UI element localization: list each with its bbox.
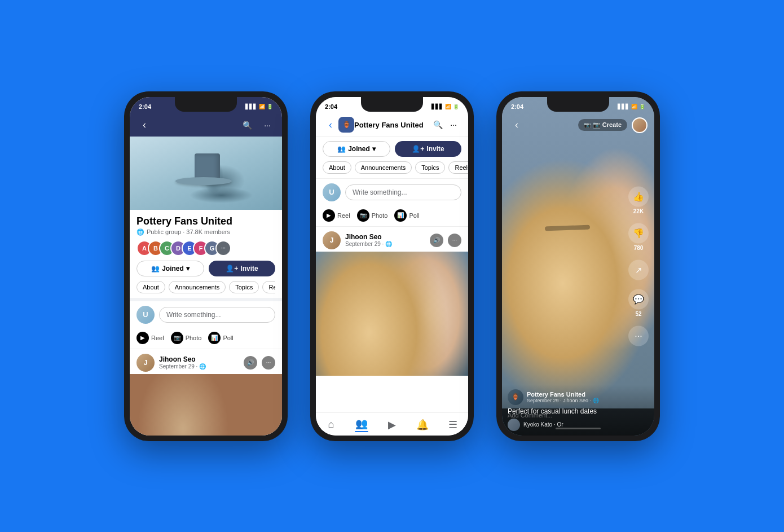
- tab-about-1[interactable]: About: [136, 281, 165, 293]
- post-date-2: September 29 · 🌐: [345, 241, 425, 247]
- group-info-1: Pottery Fans United 🌐 Public group · 37.…: [130, 210, 282, 298]
- write-post-1: U Write something...: [130, 301, 282, 328]
- share-icon: ↗: [628, 260, 649, 280]
- video-people-2: [316, 252, 468, 376]
- groups-nav-2[interactable]: 👥: [346, 416, 377, 433]
- overlay-actions: 👍 22K 👎 780 ↗ 💬 52 ···: [628, 186, 649, 346]
- groups-icon-2: 👥: [355, 417, 368, 430]
- phone-2: 2:04 ▋▋▋ 📶 🔋 ‹ 🏺 Pottery Fans United 🔍: [310, 91, 474, 441]
- tab-reels-1[interactable]: Reels: [262, 281, 275, 293]
- search-button-1[interactable]: 🔍: [239, 117, 255, 133]
- volume-icon-2[interactable]: 🔊: [430, 234, 443, 247]
- poll-action-1[interactable]: 📊 Poll: [208, 332, 233, 344]
- globe-icon: 🌐: [136, 228, 144, 236]
- wifi-icon-2: 📶: [445, 104, 451, 109]
- more-overlay-action[interactable]: ···: [628, 326, 649, 346]
- overlay-group-row: 🏺 Pottery Fans United September 29 · Jih…: [508, 389, 649, 405]
- post-more-icon-1[interactable]: ···: [262, 356, 275, 370]
- phone-1: 2:04 ▋▋▋ 📶 🔋 ‹ 🔍 ···: [124, 91, 288, 441]
- post-meta-icons-2: 🔊 ···: [430, 234, 461, 247]
- reel-icon: ▶: [136, 332, 149, 344]
- phone-3: 2:04 ▋▋▋ 📶 🔋 ‹ 📷 📷 Create: [496, 91, 660, 441]
- dislike-icon: 👎: [628, 223, 649, 243]
- invite-button-2[interactable]: 👤+ Invite: [395, 141, 461, 157]
- back-button-3[interactable]: ‹: [509, 117, 525, 133]
- feed-post-2: J Jihoon Seo September 29 · 🌐 🔊 ···: [316, 227, 468, 412]
- search-button-2[interactable]: 🔍: [430, 117, 446, 133]
- signal-icon: ▋▋▋: [245, 104, 257, 109]
- video-thumb-2: [316, 252, 468, 376]
- tab-announcements-1[interactable]: Announcements: [169, 281, 226, 293]
- like-action[interactable]: 👍 22K: [628, 186, 649, 214]
- post-meta-icons-1: 🔊 ···: [244, 356, 275, 370]
- video-nav-2[interactable]: ▶: [377, 416, 407, 433]
- status-bar-3: 2:04 ▋▋▋ 📶 🔋: [502, 97, 654, 114]
- tab-reels-2[interactable]: Reels: [448, 161, 468, 174]
- tab-about-2[interactable]: About: [323, 161, 351, 174]
- overlay-group-name: Pottery Fans United: [527, 391, 649, 398]
- video-thumb-1: [130, 374, 282, 436]
- joined-button-1[interactable]: 👥 Joined ▾: [136, 261, 204, 276]
- create-button-3[interactable]: 📷 📷 Create: [578, 119, 627, 131]
- menu-nav-2[interactable]: ☰: [438, 416, 468, 433]
- write-avatar-2: U: [323, 183, 341, 201]
- joined-button-2[interactable]: 👥 Joined ▾: [323, 141, 390, 157]
- tab-pills-2: About Announcements Topics Reels: [316, 159, 468, 179]
- active-bar-2: [355, 431, 368, 432]
- status-icons-1: ▋▋▋ 📶 🔋: [245, 104, 273, 109]
- reel-action-1[interactable]: ▶ Reel: [136, 332, 164, 344]
- volume-icon-1[interactable]: 🔊: [244, 356, 257, 370]
- poll-icon-2: 📊: [394, 209, 407, 222]
- post-actions-1: ▶ Reel 📷 Photo 📊 Poll: [130, 328, 282, 349]
- overlay-group-info: Pottery Fans United September 29 · Jihoo…: [527, 391, 649, 403]
- back-button-1[interactable]: ‹: [136, 117, 152, 133]
- post-actions-2: ▶ Reel 📷 Photo 📊 Poll: [316, 206, 468, 227]
- wifi-icon: 📶: [259, 104, 265, 109]
- reel-icon-2: ▶: [323, 209, 335, 222]
- bell-nav-2[interactable]: 🔔: [407, 416, 438, 433]
- photo-icon-2: 📷: [357, 209, 369, 222]
- photo-action-2[interactable]: 📷 Photo: [357, 209, 388, 222]
- more-button-1[interactable]: ···: [259, 117, 275, 133]
- user-avatar-3[interactable]: [632, 117, 648, 133]
- video-people-1: [130, 374, 282, 436]
- action-row-1: 👥 Joined ▾ 👤+ Invite: [136, 261, 275, 276]
- write-input-1[interactable]: Write something...: [159, 307, 275, 323]
- write-input-2[interactable]: Write something...: [345, 184, 461, 200]
- menu-icon-2: ☰: [448, 419, 457, 431]
- nav-bar-2: ‹ 🏺 Pottery Fans United 🔍 ···: [316, 114, 468, 137]
- avatar-more: ···: [215, 240, 231, 256]
- cover-image-1: [130, 137, 282, 210]
- comment-overlay-action[interactable]: 💬 52: [628, 289, 649, 316]
- more-button-2[interactable]: ···: [446, 117, 461, 133]
- people-icon: 👥: [151, 265, 160, 272]
- add-person-icon-2: 👤+: [412, 145, 424, 153]
- video-icon-2: ▶: [388, 419, 396, 431]
- photo-action-1[interactable]: 📷 Photo: [171, 332, 202, 344]
- reel-action-2[interactable]: ▶ Reel: [323, 209, 350, 222]
- tab-topics-2[interactable]: Topics: [415, 161, 445, 174]
- video-overlay-bottom: 🏺 Pottery Fans United September 29 · Jih…: [502, 385, 654, 436]
- poll-action-2[interactable]: 📊 Poll: [394, 209, 419, 222]
- share-action[interactable]: ↗: [628, 260, 649, 280]
- back-button-2[interactable]: ‹: [323, 117, 338, 133]
- battery-icon-2: 🔋: [453, 104, 459, 109]
- tab-topics-1[interactable]: Topics: [229, 281, 259, 293]
- signal-icon-2: ▋▋▋: [431, 104, 443, 109]
- group-name-1: Pottery Fans United: [136, 216, 275, 227]
- action-row-2: 👥 Joined ▾ 👤+ Invite: [316, 137, 468, 159]
- post-author-info-2: Jihoon Seo September 29 · 🌐: [345, 233, 425, 247]
- comment-icon: 💬: [628, 289, 649, 309]
- status-time-3: 2:04: [511, 103, 523, 110]
- invite-button-1[interactable]: 👤+ Invite: [209, 261, 275, 276]
- post-more-icon-2[interactable]: ···: [448, 234, 461, 247]
- member-avatars-1: A B C D E F G ···: [136, 240, 275, 256]
- dislike-action[interactable]: 👎 780: [628, 223, 649, 250]
- home-nav-2[interactable]: ⌂: [316, 416, 346, 433]
- write-post-2: U Write something...: [316, 179, 468, 206]
- write-avatar-1: U: [136, 306, 155, 324]
- group-meta-1: 🌐 Public group · 37.8K members: [136, 228, 275, 236]
- tab-announcements-2[interactable]: Announcements: [355, 161, 412, 174]
- status-icons-2: ▋▋▋ 📶 🔋: [431, 104, 459, 109]
- overlay-group-avatar: 🏺: [508, 389, 523, 405]
